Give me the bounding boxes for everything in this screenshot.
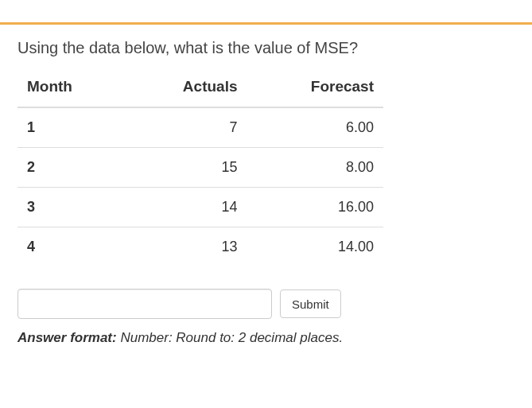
cell-forecast: 6.00 [247,107,384,148]
answer-format-label: Answer format: [17,330,117,345]
cell-actuals: 7 [125,107,247,148]
header-forecast: Forecast [247,70,384,107]
cell-forecast: 8.00 [247,148,384,188]
answer-format: Answer format: Number: Round to: 2 decim… [17,330,515,346]
cell-month: 1 [17,107,125,148]
question-text: Using the data below, what is the value … [17,39,515,57]
table-row: 4 13 14.00 [17,227,383,267]
cell-month: 2 [17,148,125,188]
cell-month: 3 [17,188,125,227]
cell-forecast: 16.00 [247,188,384,227]
header-actuals: Actuals [125,70,247,107]
question-container: Using the data below, what is the value … [0,22,532,346]
answer-input[interactable] [17,289,272,319]
submit-button[interactable]: Submit [280,289,341,318]
cell-actuals: 14 [125,188,247,227]
header-month: Month [17,70,125,107]
table-row: 3 14 16.00 [17,188,383,227]
data-table: Month Actuals Forecast 1 7 6.00 2 15 8.0… [17,70,383,266]
table-header-row: Month Actuals Forecast [17,70,383,107]
answer-format-value: Number: Round to: 2 decimal places. [120,330,343,345]
cell-actuals: 15 [125,148,247,188]
cell-actuals: 13 [125,227,247,267]
cell-month: 4 [17,227,125,267]
answer-row: Submit [17,289,515,319]
cell-forecast: 14.00 [247,227,384,267]
table-row: 2 15 8.00 [17,148,383,188]
table-row: 1 7 6.00 [17,107,383,148]
